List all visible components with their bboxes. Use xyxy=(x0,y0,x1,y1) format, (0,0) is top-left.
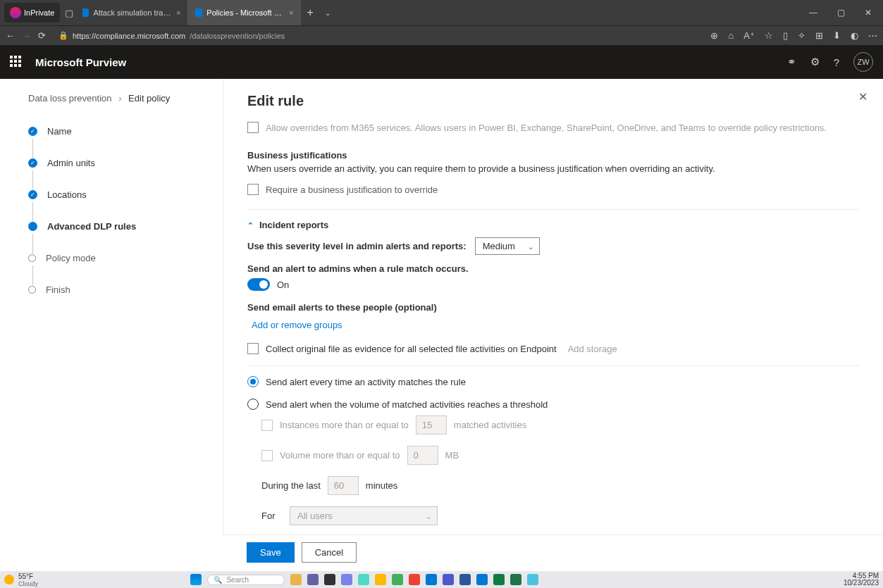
panel-title: Edit rule xyxy=(247,93,859,109)
start-icon[interactable] xyxy=(190,574,202,585)
step-name[interactable]: Name xyxy=(28,126,223,137)
cancel-button[interactable]: Cancel xyxy=(302,542,357,563)
taskbar-app-icon[interactable] xyxy=(409,574,420,585)
taskbar-app-icon[interactable] xyxy=(375,574,386,585)
shield-icon xyxy=(82,8,89,17)
during-label: During the last xyxy=(261,480,321,491)
shopping-icon[interactable]: ⌂ xyxy=(728,30,734,41)
favorite-icon[interactable]: ☆ xyxy=(765,30,773,41)
tab-title: Policies - Microsoft Purview xyxy=(206,8,285,17)
search-placeholder: Search xyxy=(226,576,249,584)
severity-select[interactable]: Medium ⌄ xyxy=(475,237,540,255)
alert-every-label: Send alert every time an activity matche… xyxy=(266,377,466,387)
instances-input xyxy=(416,415,447,434)
for-label: For xyxy=(261,511,283,521)
taskbar-app-icon[interactable] xyxy=(324,574,335,585)
save-button[interactable]: Save xyxy=(247,542,295,563)
taskbar-app-icon[interactable] xyxy=(290,574,302,585)
volume-input xyxy=(407,446,438,465)
help-icon[interactable]: ? xyxy=(834,56,839,68)
refresh-icon[interactable]: ⟳ xyxy=(38,30,46,41)
instances-checkbox xyxy=(261,420,273,431)
diagnostics-icon[interactable]: ⚭ xyxy=(787,56,796,68)
favorites-bar-icon[interactable]: ✧ xyxy=(798,30,805,41)
collect-file-checkbox[interactable] xyxy=(247,343,259,354)
taskbar-app-icon[interactable] xyxy=(443,574,454,585)
minimize-icon[interactable]: — xyxy=(803,5,823,20)
url-host: https://compliance.microsoft.com xyxy=(73,32,185,40)
collections-icon[interactable]: ⊞ xyxy=(815,30,823,41)
inprivate-label: InPrivate xyxy=(24,8,54,17)
browser-address-bar: ← → ⟳ 🔒 https://compliance.microsoft.com… xyxy=(0,25,883,45)
url-field[interactable]: 🔒 https://compliance.microsoft.com/datal… xyxy=(53,29,290,42)
step-finish: Finish xyxy=(28,284,223,295)
step-admin-units[interactable]: Admin units xyxy=(28,158,223,168)
read-aloud-icon[interactable]: A⁺ xyxy=(743,30,755,41)
window-close-icon[interactable]: ✕ xyxy=(859,5,877,20)
alert-toggle-state: On xyxy=(277,280,289,290)
user-avatar[interactable]: ZW xyxy=(853,52,873,72)
extensions-icon[interactable]: ⬇ xyxy=(833,30,841,41)
weather-icon xyxy=(4,575,14,584)
maximize-icon[interactable]: ▢ xyxy=(832,5,851,20)
collect-file-label: Collect original file as evidence for al… xyxy=(266,344,557,354)
taskbar-app-icon[interactable] xyxy=(527,574,538,585)
inprivate-badge[interactable]: InPrivate xyxy=(4,3,60,23)
more-icon[interactable]: ⋯ xyxy=(868,30,877,41)
tab-dropdown-icon[interactable]: ⌄ xyxy=(319,0,336,25)
severity-label: Use this severity level in admin alerts … xyxy=(247,241,467,251)
wizard-sidebar: Data loss prevention › Edit policy Name … xyxy=(0,79,223,571)
windows-taskbar: 55°F Cloudy 🔍 Search 4:55 PM 10/23/2023 xyxy=(0,571,883,588)
taskbar-app-icon[interactable] xyxy=(392,574,403,585)
divider xyxy=(247,365,859,366)
close-panel-icon[interactable]: ✕ xyxy=(858,90,867,104)
alert-admin-toggle[interactable] xyxy=(247,278,270,291)
taskbar-app-icon[interactable] xyxy=(510,574,521,585)
taskbar-app-icon[interactable] xyxy=(426,574,437,585)
alert-threshold-radio[interactable] xyxy=(247,399,259,410)
forward-icon: → xyxy=(22,30,31,41)
lock-icon: 🔒 xyxy=(58,31,68,40)
browser-profile-icon[interactable]: ◐ xyxy=(851,30,858,41)
breadcrumb-root[interactable]: Data loss prevention xyxy=(28,93,112,104)
taskbar-app-icon[interactable] xyxy=(459,574,471,585)
browser-tab-active[interactable]: Policies - Microsoft Purview × xyxy=(188,0,301,25)
chevron-down-icon: ⌄ xyxy=(426,513,431,520)
settings-gear-icon[interactable]: ⚙ xyxy=(810,56,820,68)
taskbar-clock[interactable]: 4:55 PM 10/23/2023 xyxy=(844,573,879,587)
step-advanced-dlp-rules[interactable]: Advanced DLP rules xyxy=(28,221,223,232)
browser-tab-strip: InPrivate ▢ Attack simulation training -… xyxy=(0,0,883,25)
check-icon xyxy=(28,190,37,199)
taskbar-app-icon[interactable] xyxy=(493,574,505,585)
add-remove-groups-link[interactable]: Add or remove groups xyxy=(252,320,859,330)
new-tab-button[interactable]: + xyxy=(301,0,319,25)
browser-tab[interactable]: Attack simulation training - Mic × xyxy=(75,0,188,25)
chevron-down-icon: ⌄ xyxy=(528,243,533,251)
email-alerts-label: Send email alerts to these people (optio… xyxy=(247,302,859,313)
close-icon[interactable]: × xyxy=(176,8,180,17)
app-launcher-icon[interactable] xyxy=(10,56,23,68)
step-locations[interactable]: Locations xyxy=(28,189,223,200)
require-justification-checkbox[interactable] xyxy=(247,184,259,195)
search-icon: 🔍 xyxy=(214,576,222,584)
split-icon[interactable]: ▯ xyxy=(783,30,788,41)
allow-overrides-label: Allow overrides from M365 services. Allo… xyxy=(266,123,827,133)
divider xyxy=(247,209,859,210)
weather-cond: Cloudy xyxy=(18,580,38,587)
close-icon[interactable]: × xyxy=(289,8,293,17)
alert-every-radio[interactable] xyxy=(247,376,259,387)
taskbar-app-icon[interactable] xyxy=(358,574,369,585)
allow-overrides-checkbox[interactable] xyxy=(247,122,259,133)
for-select: All users ⌄ xyxy=(290,506,438,525)
zoom-icon[interactable]: ⊕ xyxy=(710,30,718,41)
chevron-right-icon: › xyxy=(118,93,121,104)
incident-reports-toggle[interactable]: ⌄ Incident reports xyxy=(247,220,859,230)
taskbar-app-icon[interactable] xyxy=(476,574,488,585)
taskbar-search[interactable]: 🔍 Search xyxy=(207,575,285,585)
taskbar-app-icon[interactable] xyxy=(307,574,319,585)
back-icon[interactable]: ← xyxy=(6,30,15,41)
weather-widget[interactable]: 55°F Cloudy xyxy=(4,573,38,587)
taskbar-app-icon[interactable] xyxy=(341,574,352,585)
url-path: /datalossprevention/policies xyxy=(190,32,285,40)
tab-actions-icon[interactable]: ▢ xyxy=(63,0,75,25)
